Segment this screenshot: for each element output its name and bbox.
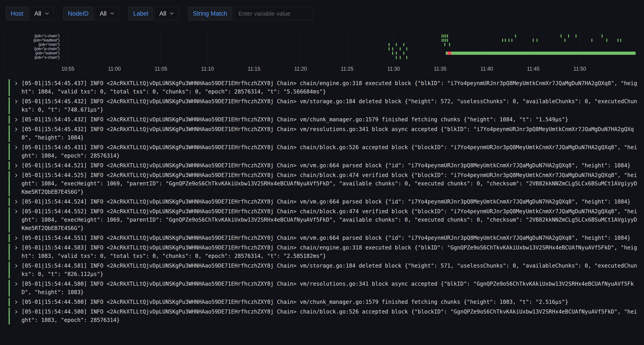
chevron-down-icon [110,12,114,15]
log-volume-tick [505,39,506,42]
log-level-indicator [8,97,10,114]
log-volume-tick [442,39,442,42]
legend-series-label[interactable]: {job="loadtest"} [4,38,60,42]
time-axis-label: 11:00 [108,66,121,72]
log-line-text: [05-01|15:54:44.580] INFO <2AcRkXTLLtQjv… [22,280,638,297]
volume-plot[interactable]: 10:5511:0011:0511:1011:1511:2011:2511:30… [63,30,636,64]
chevron-right-icon[interactable] [12,125,20,142]
chevron-right-icon[interactable] [12,280,20,297]
log-line-text: [05-01|15:54:44.551] INFO <2AcRkXTLLtQjv… [22,234,638,242]
time-axis-label: 11:50 [574,66,586,72]
log-row[interactable]: [05-01|15:54:44.580] INFO <2AcRkXTLLtQjv… [0,308,644,325]
log-volume-tick [444,43,445,46]
log-row[interactable]: [05-01|15:54:44.580] INFO <2AcRkXTLLtQjv… [0,280,644,297]
legend-series-label[interactable]: {job="p-chain"} [4,47,60,51]
chevron-down-icon [45,12,49,15]
log-volume-tick [445,39,446,42]
log-volume-tick [444,34,444,37]
legend-series-label[interactable]: {job="x-chain"} [4,55,60,59]
label-select[interactable]: All [154,7,178,20]
legend-series-label[interactable]: {job="c-chain"} [4,34,60,38]
nodeid-select[interactable]: All [95,7,119,20]
chevron-right-icon[interactable] [12,308,20,325]
gridline [440,30,440,64]
gridline [254,30,254,64]
label-label: Label [128,7,153,20]
log-volume-tick [568,34,569,37]
chevron-right-icon[interactable] [12,244,20,260]
log-volume-tick [396,52,397,55]
log-volume-tick [392,52,393,55]
legend-series-label[interactable]: {job="subnet"} [4,51,60,55]
variables-toolbar: Host All NodeID All Label All String Mat… [0,0,644,26]
log-line-text: [05-01|15:54:44.525] INFO <2AcRkXTLLtQjv… [22,171,638,196]
log-row[interactable]: [05-01|15:54:44.551] INFO <2AcRkXTLLtQjv… [0,234,644,242]
chevron-right-icon[interactable] [12,79,20,96]
log-row[interactable]: [05-01|15:54:44.521] INFO <2AcRkXTLLtQjv… [0,161,644,170]
log-line-text: [05-01|15:54:45.432] INFO <2AcRkXTLLtQjv… [22,97,638,114]
chevron-right-icon[interactable] [12,262,20,279]
log-volume-tick [445,34,446,37]
label-selected-value: All [159,10,166,17]
log-volume-error-segment [448,52,451,55]
chevron-down-icon [170,12,174,15]
time-axis-label: 11:15 [248,66,260,72]
log-row[interactable]: [05-01|15:54:44.580] INFO <2AcRkXTLLtQjv… [0,298,644,306]
time-axis-label: 11:35 [434,66,447,72]
chevron-right-icon[interactable] [12,234,20,242]
log-line-text: [05-01|15:54:45.432] INFO <2AcRkXTLLtQjv… [22,125,638,142]
log-volume-tick [406,47,407,50]
legend-series-label[interactable]: {job="main"} [4,42,60,47]
log-volume-bar [446,52,636,55]
log-volume-tick [442,34,442,37]
log-row[interactable]: [05-01|15:54:44.581] INFO <2AcRkXTLLtQjv… [0,262,644,279]
log-volume-tick [602,34,602,37]
log-volume-tick [400,47,401,50]
chevron-right-icon[interactable] [12,97,20,114]
time-axis-label: 11:40 [480,66,493,72]
log-volume-tick [502,39,503,42]
log-level-indicator [8,115,10,124]
chevron-right-icon[interactable] [12,198,20,206]
host-select[interactable]: All [30,7,54,20]
log-list: [05-01|15:54:45.437] INFO <2AcRkXTLLtQjv… [0,79,644,325]
log-line-text: [05-01|15:54:45.432] INFO <2AcRkXTLLtQjv… [22,115,638,124]
chevron-right-icon[interactable] [12,161,20,170]
log-level-indicator [8,171,10,196]
chevron-right-icon[interactable] [12,298,20,306]
gridline [347,30,348,64]
log-volume-tick [449,43,450,46]
chevron-right-icon[interactable] [12,207,20,233]
gridline [580,30,580,64]
log-row[interactable]: [05-01|15:54:45.431] INFO <2AcRkXTLLtQjv… [0,143,644,160]
chevron-right-icon[interactable] [12,143,20,160]
gridline [300,30,301,64]
log-row[interactable]: [05-01|15:54:45.432] INFO <2AcRkXTLLtQjv… [0,97,644,114]
log-volume-tick [388,47,390,50]
log-line-text: [05-01|15:54:45.431] INFO <2AcRkXTLLtQjv… [22,143,638,160]
log-level-indicator [8,198,10,206]
string-match-input[interactable] [234,7,314,20]
log-row[interactable]: [05-01|15:54:44.583] INFO <2AcRkXTLLtQjv… [0,244,644,260]
time-axis-label: 11:20 [294,66,307,72]
chevron-right-icon[interactable] [12,171,20,196]
log-volume-tick [576,34,576,37]
log-volume-tick [396,43,397,46]
log-row[interactable]: [05-01|15:54:45.432] INFO <2AcRkXTLLtQjv… [0,125,644,142]
log-row[interactable]: [05-01|15:54:45.437] INFO <2AcRkXTLLtQjv… [0,79,644,96]
log-level-indicator [8,143,10,160]
log-level-indicator [8,308,10,325]
log-row[interactable]: [05-01|15:54:44.525] INFO <2AcRkXTLLtQjv… [0,171,644,196]
log-volume-tick [592,39,592,42]
log-row[interactable]: [05-01|15:54:45.432] INFO <2AcRkXTLLtQjv… [0,115,644,124]
chevron-right-icon[interactable] [12,115,20,124]
time-axis-label: 11:10 [201,66,214,72]
log-volume-tick [606,39,607,42]
log-row[interactable]: [05-01|15:54:44.552] INFO <2AcRkXTLLtQjv… [0,207,644,233]
log-volume-tick [515,34,516,37]
gridline [487,30,487,64]
log-volume-tick [388,43,390,46]
log-row[interactable]: [05-01|15:54:44.524] INFO <2AcRkXTLLtQjv… [0,198,644,206]
string-match-label: String Match [188,7,232,20]
log-volume-tick [533,39,534,42]
